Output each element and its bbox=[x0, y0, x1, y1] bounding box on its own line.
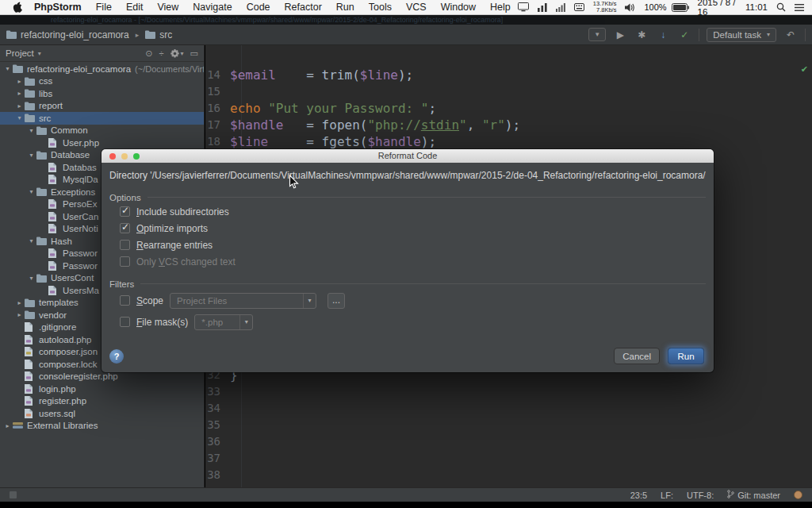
help-button[interactable]: ? bbox=[109, 349, 124, 364]
display-icon[interactable] bbox=[518, 2, 529, 12]
code-line-18[interactable]: 18$line = fgets($handle); bbox=[205, 133, 812, 150]
run-icon[interactable]: ▶ bbox=[613, 28, 627, 42]
toolwindow-toggle-icon[interactable] bbox=[10, 491, 17, 498]
menubar-time[interactable]: 11:01 bbox=[745, 2, 768, 12]
locate-icon[interactable]: ⊙ bbox=[145, 48, 152, 59]
run-button[interactable]: Run bbox=[668, 348, 704, 364]
vcs-commit-icon[interactable]: ✓ bbox=[677, 28, 691, 42]
inspection-status-icon[interactable]: ✔ bbox=[801, 64, 808, 75]
tree-item-report[interactable]: ▸report bbox=[0, 100, 204, 113]
chevron-down-icon[interactable]: ▾ bbox=[27, 237, 36, 244]
checkbox-optimize-imports[interactable] bbox=[120, 223, 130, 233]
code-line-16[interactable]: 16echo "Put your Password: "; bbox=[205, 100, 812, 117]
checkbox-file-mask-s[interactable] bbox=[120, 317, 130, 327]
hide-panel-icon[interactable]: ▭ bbox=[190, 48, 198, 59]
code-line-38[interactable]: 38 bbox=[205, 467, 812, 483]
build-icon[interactable]: ✱ bbox=[634, 28, 649, 42]
zoom-button[interactable] bbox=[133, 153, 140, 160]
line-number[interactable]: 36 bbox=[205, 433, 230, 450]
chevron-right-icon[interactable]: ▸ bbox=[15, 90, 24, 97]
line-ending-indicator[interactable]: LF: bbox=[661, 491, 673, 500]
line-number[interactable]: 37 bbox=[205, 450, 230, 467]
encoding-indicator[interactable]: UTF-8: bbox=[687, 491, 714, 500]
line-number[interactable]: 35 bbox=[205, 417, 230, 433]
tree-item-users-sql[interactable]: users.sql bbox=[0, 407, 204, 420]
menu-run[interactable]: Run bbox=[329, 2, 362, 13]
tree-item-css[interactable]: ▸css bbox=[0, 75, 204, 88]
tree-item-src[interactable]: ▾src bbox=[0, 112, 204, 125]
line-number[interactable]: 33 bbox=[205, 383, 230, 400]
menu-code[interactable]: Code bbox=[239, 2, 278, 13]
chevron-right-icon[interactable]: ▸ bbox=[15, 299, 24, 306]
hector-icon[interactable] bbox=[794, 491, 802, 499]
tree-item-user-php[interactable]: User.php bbox=[0, 137, 204, 149]
checkbox-rearrange-entries[interactable] bbox=[120, 240, 130, 250]
breadcrumb-src[interactable]: src bbox=[159, 29, 172, 40]
code-line-35[interactable]: 35 bbox=[205, 417, 812, 433]
chevron-down-icon[interactable]: ▾ bbox=[27, 188, 36, 195]
tree-item-login-php[interactable]: login.php bbox=[0, 383, 204, 395]
menu-tools[interactable]: Tools bbox=[362, 2, 399, 13]
line-number[interactable]: 16 bbox=[205, 100, 230, 117]
vcs-update-icon[interactable]: ↓ bbox=[656, 28, 670, 42]
caret-position[interactable]: 23:5 bbox=[630, 491, 647, 500]
tree-item-register-php[interactable]: register.php bbox=[0, 395, 204, 408]
tree-item-external-libraries[interactable]: ▸External Libraries bbox=[0, 420, 204, 433]
chevron-down-icon[interactable]: ▾ bbox=[3, 65, 12, 72]
collapse-all-icon[interactable]: ÷ bbox=[159, 48, 164, 58]
code-line-15[interactable]: 15 bbox=[205, 83, 812, 100]
volume-icon[interactable] bbox=[625, 3, 635, 12]
tree-item-libs[interactable]: ▸libs bbox=[0, 87, 204, 100]
line-number[interactable]: 17 bbox=[205, 117, 230, 133]
task-combo[interactable]: Default task ▾ bbox=[707, 28, 776, 42]
option-include-subdirectories[interactable]: Include subdirectories bbox=[120, 203, 706, 220]
breadcrumb-refactoring-eloi-rocamora[interactable]: refactoring-eloi_rocamora bbox=[21, 29, 129, 40]
minimize-button[interactable] bbox=[121, 153, 128, 160]
menu-help[interactable]: Help bbox=[483, 2, 518, 13]
keyboard-icon[interactable] bbox=[574, 2, 584, 12]
spotlight-icon[interactable] bbox=[776, 2, 786, 12]
option-optimize-imports[interactable]: Optimize imports bbox=[120, 220, 706, 237]
menu-edit[interactable]: Edit bbox=[119, 2, 151, 13]
code-line-37[interactable]: 37 bbox=[205, 450, 812, 467]
menu-view[interactable]: View bbox=[150, 2, 186, 13]
chevron-right-icon[interactable]: ▸ bbox=[3, 422, 12, 429]
checkbox-scope[interactable] bbox=[120, 295, 130, 306]
code-line-17[interactable]: 17$handle = fopen("php://stdin", "r"); bbox=[205, 117, 812, 133]
code-line-36[interactable]: 36 bbox=[205, 433, 812, 450]
chevron-down-icon[interactable]: ▾ bbox=[27, 275, 36, 282]
chevron-down-icon[interactable]: ▾ bbox=[27, 152, 36, 159]
line-number[interactable]: 14 bbox=[205, 67, 230, 83]
git-branch-widget[interactable]: Git: master bbox=[727, 490, 780, 500]
menu-refactor[interactable]: Refactor bbox=[278, 2, 329, 13]
code-line-14[interactable]: 14$email = trim($line); bbox=[205, 67, 812, 83]
tree-item-common[interactable]: ▾Common bbox=[0, 125, 204, 137]
checkbox-include-subdirectories[interactable] bbox=[120, 206, 130, 217]
chevron-down-icon[interactable]: ▾ bbox=[27, 127, 36, 134]
project-panel-tab[interactable]: Project ▾ bbox=[6, 48, 41, 58]
chevron-down-icon[interactable]: ▾ bbox=[15, 114, 24, 121]
undo-icon[interactable]: ↶ bbox=[783, 28, 798, 42]
line-number[interactable]: 18 bbox=[205, 133, 230, 150]
menu-window[interactable]: Window bbox=[434, 2, 483, 13]
browse-button[interactable]: ... bbox=[327, 293, 345, 309]
line-number[interactable]: 15 bbox=[205, 83, 230, 100]
settings-gear-icon[interactable]: ▾ bbox=[170, 49, 184, 58]
code-line-34[interactable]: 34 bbox=[205, 400, 812, 417]
line-number[interactable]: 34 bbox=[205, 400, 230, 417]
menu-navigate[interactable]: Navigate bbox=[186, 2, 239, 13]
apple-menu-icon[interactable] bbox=[8, 2, 27, 13]
menubar-date[interactable]: 2015 / 8 / 16 bbox=[698, 0, 737, 17]
cancel-button[interactable]: Cancel bbox=[614, 348, 660, 364]
tree-item-refactoring-eloi-rocamora[interactable]: ▾refactoring-eloi_rocamora(~/Documents/V… bbox=[0, 63, 204, 75]
chevron-right-icon[interactable]: ▸ bbox=[15, 102, 24, 110]
menu-vcs[interactable]: VCS bbox=[399, 2, 434, 13]
close-button[interactable] bbox=[109, 153, 116, 160]
code-line-33[interactable]: 33 bbox=[205, 383, 812, 400]
run-configuration-combo[interactable]: ▼ bbox=[588, 28, 606, 41]
menu-phpstorm[interactable]: PhpStorm bbox=[27, 2, 89, 13]
battery-icon[interactable] bbox=[672, 3, 689, 12]
option-rearrange-entries[interactable]: Rearrange entries bbox=[120, 237, 706, 253]
notification-center-icon[interactable] bbox=[795, 3, 804, 12]
chevron-right-icon[interactable]: ▸ bbox=[15, 311, 24, 318]
